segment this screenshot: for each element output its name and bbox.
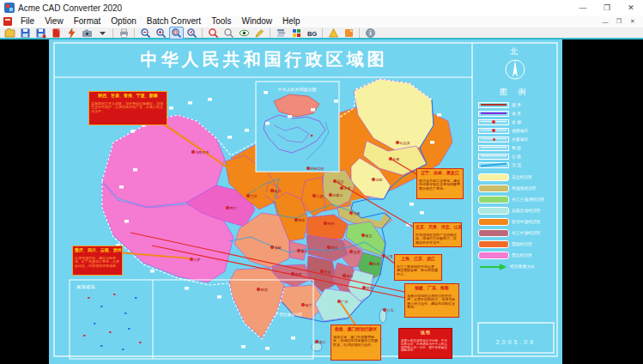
zoom-window-button[interactable] bbox=[169, 27, 184, 39]
neighbor-label-block bbox=[119, 185, 124, 189]
capture-dropdown-icon bbox=[97, 27, 108, 39]
batch-convert-icon bbox=[66, 27, 77, 39]
zoom-extents-icon bbox=[208, 27, 219, 39]
legend-area-item-6: 西南经济区 bbox=[473, 239, 556, 250]
batch-convert-button[interactable] bbox=[64, 27, 79, 39]
island-speck bbox=[100, 306, 103, 307]
city-marker bbox=[362, 286, 366, 289]
mdi-minimize-button[interactable]: — bbox=[598, 16, 612, 27]
city-marker bbox=[329, 193, 332, 197]
layers-button[interactable] bbox=[274, 27, 288, 39]
zoom-in-button[interactable] bbox=[154, 27, 168, 39]
island-speck bbox=[94, 323, 96, 325]
recent-files-button[interactable] bbox=[342, 27, 356, 39]
layout-button[interactable] bbox=[289, 27, 304, 39]
neighbor-label-block bbox=[217, 295, 221, 299]
menu-format[interactable]: Format bbox=[69, 15, 106, 27]
save-button[interactable] bbox=[18, 27, 33, 39]
menu-view[interactable]: View bbox=[39, 15, 69, 27]
callout-sw: 重庆、四川、云南、贵州、西藏发挥资源优势，建设水电基地、矿产资源加工基地，发展旅… bbox=[72, 246, 123, 276]
drawing-canvas: 中华人民共和国全图 南海诸岛 乌鲁木齐拉萨西宁兰州银川呼和浩特北京天津石家庄太原… bbox=[0, 39, 643, 364]
visibility-icon bbox=[239, 27, 250, 39]
notes-title: 说 明 bbox=[401, 330, 450, 336]
markup-button[interactable] bbox=[252, 27, 267, 39]
city-label: 石家庄 bbox=[333, 193, 343, 197]
callout-body: 振兴东北老工业基地，建设先进装备制造业基地和重要商品粮生产基地。 bbox=[419, 179, 461, 191]
zoom-previous-button[interactable] bbox=[185, 27, 199, 39]
city-marker bbox=[337, 300, 341, 303]
legend-item-national: 国 界 bbox=[473, 100, 556, 109]
city-marker bbox=[389, 157, 392, 161]
markup-icon bbox=[254, 27, 265, 39]
city-label: 广州 bbox=[342, 300, 349, 304]
about-button[interactable]: i bbox=[363, 27, 378, 39]
legend-label: 主要城市 bbox=[512, 136, 538, 143]
pan-button[interactable] bbox=[221, 27, 236, 39]
save-all-button[interactable] bbox=[33, 27, 48, 39]
callout-body: 发挥资源优势，建设水电基地、矿产资源加工基地，发展旅游业，巩固退耕还林成果。 bbox=[75, 257, 120, 268]
toolbar-separator bbox=[322, 28, 323, 38]
menu-option[interactable]: Option bbox=[106, 15, 141, 27]
maximize-button[interactable]: ❐ bbox=[595, 0, 619, 15]
city-marker bbox=[343, 274, 346, 277]
legend-item-river: 河 流 bbox=[473, 161, 556, 169]
mdi-close-button[interactable]: ✕ bbox=[626, 16, 640, 27]
legend-color-swatch bbox=[478, 229, 509, 237]
menu-file[interactable]: File bbox=[15, 15, 39, 27]
neighbor-label-block bbox=[311, 108, 315, 112]
mdi-restore-button[interactable]: ❐ bbox=[612, 16, 626, 27]
island-speck bbox=[83, 335, 86, 337]
capture-button[interactable] bbox=[80, 27, 94, 39]
neighbor-label-block bbox=[265, 122, 270, 125]
save-icon bbox=[20, 27, 31, 39]
close-file-button[interactable] bbox=[49, 27, 64, 39]
region-yunnan bbox=[229, 268, 284, 338]
island-speck bbox=[135, 297, 137, 299]
city-label: 郑州 bbox=[328, 221, 335, 226]
city-label: 海口 bbox=[319, 340, 326, 344]
menu-items: FileViewFormatOptionBatch ConvertToolsWi… bbox=[15, 15, 306, 27]
minimize-button[interactable]: — bbox=[571, 0, 595, 15]
menu-batch-convert[interactable]: Batch Convert bbox=[142, 15, 206, 27]
callout-bohai: 北京、天津、河北、山东环渤海地区加快产业结构升级，增强自主创新能力，提高对外开放… bbox=[413, 222, 462, 247]
legend-swatch bbox=[478, 154, 509, 160]
menu-help[interactable]: Help bbox=[277, 15, 306, 27]
legend-label: 河 流 bbox=[512, 162, 538, 168]
city-marker bbox=[301, 303, 305, 306]
save-all-icon bbox=[35, 27, 46, 39]
city-marker bbox=[349, 211, 353, 215]
legend-item-capital: 首 都 bbox=[473, 118, 556, 126]
city-marker bbox=[324, 221, 327, 225]
legend-color-swatch bbox=[478, 218, 509, 226]
zoom-extents-button[interactable] bbox=[206, 27, 221, 39]
legend-color-swatch bbox=[478, 196, 509, 203]
compass-icon bbox=[504, 58, 526, 82]
legend-swatch bbox=[478, 136, 509, 143]
neighbor-label-block bbox=[334, 100, 338, 103]
close-file-icon bbox=[51, 27, 62, 39]
background-color-button[interactable]: BG bbox=[305, 27, 319, 39]
callout-hk: 香港、澳门特别行政区保持香港、澳门长期繁荣稳定，加强内地与港澳经济贸易联系，推进… bbox=[331, 325, 381, 361]
open-icon bbox=[4, 27, 15, 39]
legend-area-item-2: 长江三角洲经济区 bbox=[473, 194, 556, 205]
city-label: 乌鲁木齐 bbox=[196, 150, 209, 155]
visibility-button[interactable] bbox=[237, 27, 252, 39]
legend-item-pcity: 省级城市 bbox=[473, 126, 556, 135]
open-button[interactable] bbox=[3, 27, 17, 39]
menu-window[interactable]: Window bbox=[237, 15, 278, 27]
legend-label: 西北经济区 bbox=[512, 252, 538, 258]
svg-text:BG: BG bbox=[306, 29, 316, 37]
city-marker bbox=[190, 258, 193, 261]
print-button[interactable] bbox=[117, 27, 131, 39]
south-sea-label: 南海诸岛 bbox=[76, 284, 95, 290]
shx-fonts-button[interactable] bbox=[326, 27, 341, 39]
zoom-out-button[interactable] bbox=[138, 27, 153, 39]
callout-body: 东南沿海地区发挥经济特区作用，发展外向型经济，加强与港澳台经济合作，建设先进制造… bbox=[407, 294, 457, 309]
menu-tools[interactable]: Tools bbox=[206, 15, 236, 27]
zoom-previous-icon bbox=[186, 27, 197, 39]
capture-dropdown-button[interactable] bbox=[95, 27, 110, 39]
layout-icon bbox=[291, 27, 302, 39]
city-label: 杭州 bbox=[373, 262, 380, 266]
city-marker bbox=[270, 246, 274, 249]
close-button[interactable]: ✕ bbox=[619, 0, 643, 15]
